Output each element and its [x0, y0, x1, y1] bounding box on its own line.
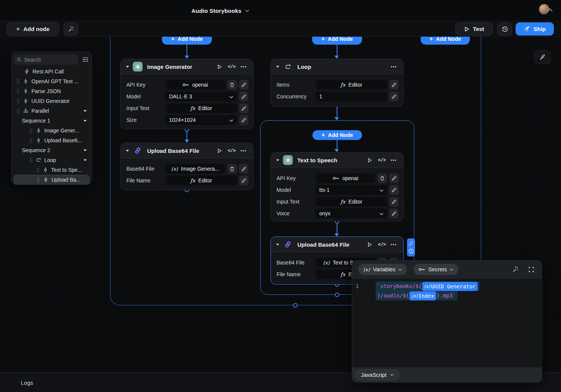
- fullscreen-button[interactable]: [527, 265, 536, 274]
- delete-button[interactable]: [378, 173, 387, 183]
- collapse-caret-icon[interactable]: [126, 150, 129, 152]
- node-header[interactable]: Upload Base64 File </> •••: [271, 237, 403, 252]
- editor-value-button[interactable]: ƒx Editor: [315, 197, 387, 207]
- ai-wand-toolbar-button[interactable]: [64, 22, 78, 36]
- node-header[interactable]: Image Generator </> •••: [121, 59, 253, 75]
- drag-handle[interactable]: [30, 128, 33, 133]
- edit-button[interactable]: [239, 80, 249, 90]
- run-node-button[interactable]: [215, 146, 224, 155]
- drag-handle[interactable]: [17, 99, 20, 104]
- sidebar-item-text-to-speech[interactable]: Text to Spe...: [14, 165, 90, 175]
- node-image-generator[interactable]: Image Generator </> ••• API Key openai M…: [120, 59, 253, 129]
- editor-value-button[interactable]: ƒx Editor: [165, 176, 237, 185]
- search-input-wrap[interactable]: [14, 54, 78, 65]
- add-node-button-branch2[interactable]: + Add Node: [312, 37, 362, 45]
- api-key-value-button[interactable]: openai: [315, 173, 375, 183]
- edit-button[interactable]: [389, 197, 399, 207]
- collapse-sidebar-button[interactable]: [81, 55, 90, 64]
- add-node-button-branch1[interactable]: + Add Node: [162, 37, 212, 45]
- sidebar-item-parse-json[interactable]: Parse JSON: [14, 86, 90, 96]
- run-node-button[interactable]: [365, 240, 374, 249]
- delete-button[interactable]: [227, 80, 237, 90]
- editor-value-button[interactable]: ƒx Editor: [315, 80, 387, 90]
- view-code-button[interactable]: </>: [378, 156, 386, 164]
- collapse-caret-icon[interactable]: [84, 110, 87, 112]
- sidebar-item-upload-base64-1[interactable]: Upload Base6...: [14, 135, 90, 145]
- editor-value-button[interactable]: ƒx Editor: [165, 103, 237, 113]
- workflow-title-dropdown[interactable]: Audio Storybooks: [191, 0, 249, 21]
- sidebar-item-loop[interactable]: Loop: [14, 155, 90, 165]
- node-menu-button[interactable]: •••: [239, 146, 248, 155]
- edit-button[interactable]: [389, 80, 399, 90]
- variable-chip-index[interactable]: (x)Index: [409, 291, 436, 300]
- collapse-caret-icon[interactable]: [126, 66, 129, 68]
- ai-wand-button[interactable]: [409, 241, 413, 246]
- edit-button[interactable]: [389, 92, 399, 101]
- view-code-button[interactable]: </>: [227, 62, 236, 71]
- model-dropdown[interactable]: DALL·E 3: [165, 92, 237, 101]
- drag-handle[interactable]: [17, 89, 20, 94]
- view-code-button[interactable]: </>: [227, 146, 236, 155]
- ai-wand-button[interactable]: [511, 265, 520, 274]
- drag-handle[interactable]: [30, 158, 33, 163]
- voice-dropdown[interactable]: onyx: [315, 208, 387, 218]
- variable-chip-uuid-generator[interactable]: (x)UUID Generator: [422, 282, 477, 291]
- run-node-button[interactable]: [215, 62, 224, 71]
- search-input[interactable]: [24, 57, 75, 63]
- drag-handle[interactable]: [30, 138, 33, 143]
- view-code-button[interactable]: </>: [378, 240, 386, 249]
- collapse-caret-icon[interactable]: [276, 159, 279, 161]
- model-dropdown[interactable]: tts-1: [315, 185, 387, 195]
- collapse-caret-icon[interactable]: [84, 149, 87, 151]
- secrets-dropdown[interactable]: Secrets: [413, 264, 458, 275]
- add-node-toolbar-button[interactable]: + Add node: [6, 22, 59, 36]
- variables-dropdown[interactable]: (x) Variables: [358, 264, 407, 275]
- node-menu-button[interactable]: •••: [390, 62, 398, 71]
- edit-button[interactable]: [239, 176, 249, 185]
- concurrency-value-field[interactable]: 1: [315, 92, 387, 101]
- info-button[interactable]: [409, 249, 414, 254]
- node-menu-button[interactable]: •••: [390, 156, 398, 164]
- expand-logs-button[interactable]: [545, 5, 554, 14]
- history-button[interactable]: [497, 22, 512, 36]
- api-key-value-button[interactable]: openai: [165, 80, 225, 90]
- node-loop[interactable]: Loop ••• Items ƒx Editor Concurrency 1: [270, 59, 404, 107]
- drag-handle[interactable]: [37, 177, 40, 182]
- node-menu-button[interactable]: •••: [239, 62, 248, 71]
- edit-button[interactable]: [389, 208, 399, 218]
- connector-port[interactable]: [293, 303, 298, 308]
- sidebar-item-uuid-generator[interactable]: UUID Generator: [14, 96, 90, 106]
- sidebar-item-sequence-1[interactable]: Sequence 1: [14, 116, 90, 126]
- edit-button[interactable]: [389, 173, 399, 183]
- add-node-button-loop[interactable]: + Add Node: [312, 130, 362, 140]
- sidebar-item-rest-api-call[interactable]: Rest API Call: [14, 67, 90, 76]
- edit-button[interactable]: [239, 115, 249, 125]
- sidebar-item-openai-gpt-text[interactable]: OpenAI GPT Text ...: [14, 76, 90, 86]
- node-header[interactable]: Upload Base64 File </> •••: [121, 143, 253, 159]
- drag-handle[interactable]: [17, 79, 20, 84]
- annotate-button[interactable]: [534, 50, 551, 64]
- sidebar-item-image-generator[interactable]: Image Gener...: [14, 126, 90, 135]
- node-text-to-speech[interactable]: Text to Speech </> ••• API Key openai Mo…: [270, 152, 404, 221]
- edit-button[interactable]: [239, 92, 249, 101]
- connector-port[interactable]: [335, 292, 339, 297]
- test-button[interactable]: Test: [455, 22, 493, 36]
- size-dropdown[interactable]: 1024×1024: [165, 115, 237, 125]
- drag-handle[interactable]: [17, 109, 20, 114]
- sidebar-item-parallel[interactable]: Parallel: [14, 106, 90, 116]
- drag-handle[interactable]: [36, 168, 40, 173]
- collapse-caret-icon[interactable]: [84, 159, 87, 161]
- delete-button[interactable]: [227, 164, 237, 174]
- edit-button[interactable]: [239, 103, 249, 113]
- collapse-caret-icon[interactable]: [84, 120, 87, 122]
- node-upload-base64-file-1[interactable]: Upload Base64 File </> ••• Base64 File (…: [120, 143, 253, 190]
- collapse-caret-icon[interactable]: [276, 66, 279, 68]
- language-dropdown[interactable]: JavaScript: [355, 369, 399, 380]
- edit-button[interactable]: [389, 185, 399, 195]
- collapse-caret-icon[interactable]: [276, 244, 279, 246]
- node-menu-button[interactable]: •••: [390, 240, 398, 249]
- add-node-button-branch3[interactable]: + Add Node: [421, 37, 470, 45]
- code-editor-area[interactable]: 1 `storybooks/${(x)UUID Generator }/audi…: [352, 278, 542, 368]
- node-header[interactable]: Text to Speech </> •••: [271, 152, 403, 168]
- node-header[interactable]: Loop •••: [271, 59, 403, 75]
